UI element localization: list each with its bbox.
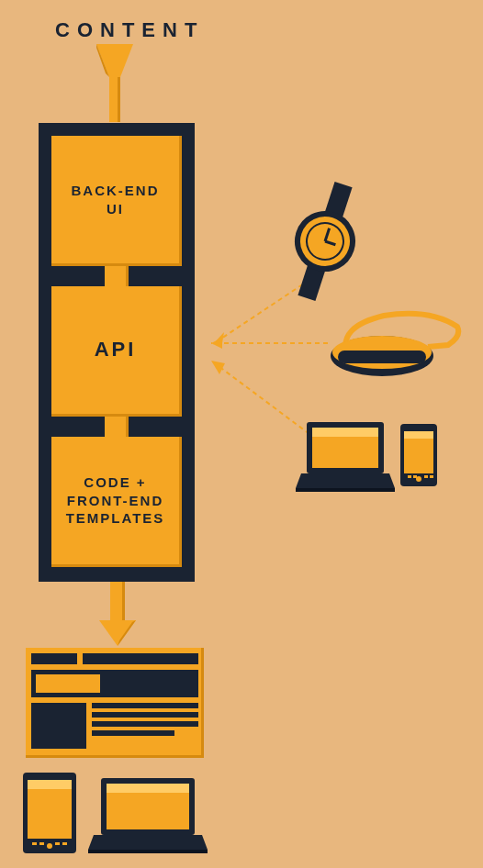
svg-rect-30 [413, 475, 417, 478]
api-label: API [87, 337, 144, 363]
svg-rect-50 [39, 842, 44, 845]
svg-rect-19 [338, 351, 426, 363]
svg-rect-22 [312, 428, 378, 437]
connector-icon [105, 417, 129, 437]
svg-rect-36 [31, 653, 77, 664]
svg-rect-49 [32, 842, 37, 845]
page-title: CONTENT [55, 18, 204, 42]
svg-rect-37 [83, 653, 198, 664]
svg-marker-56 [88, 835, 208, 850]
tablet-icon [23, 773, 76, 853]
laptop-icon [88, 776, 208, 853]
svg-rect-5 [122, 582, 125, 620]
svg-rect-3 [118, 77, 120, 122]
svg-rect-52 [62, 842, 67, 845]
funnel-icon [96, 44, 133, 122]
svg-rect-32 [430, 475, 433, 478]
architecture-stack: BACK-END UI API CODE + FRONT-END TEMPLAT… [39, 123, 195, 582]
svg-rect-35 [26, 755, 204, 758]
frontend-box: CODE + FRONT-END TEMPLATES [51, 437, 182, 567]
svg-rect-57 [88, 850, 208, 853]
svg-marker-10 [211, 361, 225, 374]
connector-icon [105, 266, 129, 286]
laptop-icon [296, 420, 395, 492]
svg-marker-23 [296, 473, 395, 488]
api-box: API [51, 286, 182, 417]
svg-rect-44 [92, 730, 174, 736]
frontend-label: CODE + FRONT-END TEMPLATES [59, 473, 173, 528]
webpage-icon [26, 648, 204, 758]
svg-rect-39 [36, 674, 100, 693]
backend-ui-label: BACK-END UI [64, 182, 167, 217]
svg-rect-34 [201, 648, 204, 758]
smartphone-icon [400, 424, 437, 486]
vr-headset-icon [329, 308, 466, 382]
svg-rect-24 [296, 488, 395, 492]
svg-rect-40 [31, 703, 86, 749]
svg-rect-29 [408, 475, 411, 478]
svg-marker-6 [99, 620, 136, 646]
svg-rect-41 [92, 703, 198, 708]
svg-rect-27 [404, 431, 433, 439]
backend-ui-box: BACK-END UI [51, 136, 182, 266]
svg-rect-55 [107, 784, 189, 793]
svg-rect-47 [28, 780, 72, 789]
down-arrow-icon [99, 582, 136, 646]
smartwatch-icon [288, 182, 362, 301]
svg-rect-31 [424, 475, 428, 478]
svg-rect-51 [55, 842, 60, 845]
svg-rect-42 [92, 712, 198, 718]
svg-point-48 [47, 843, 52, 849]
svg-rect-43 [92, 721, 198, 727]
